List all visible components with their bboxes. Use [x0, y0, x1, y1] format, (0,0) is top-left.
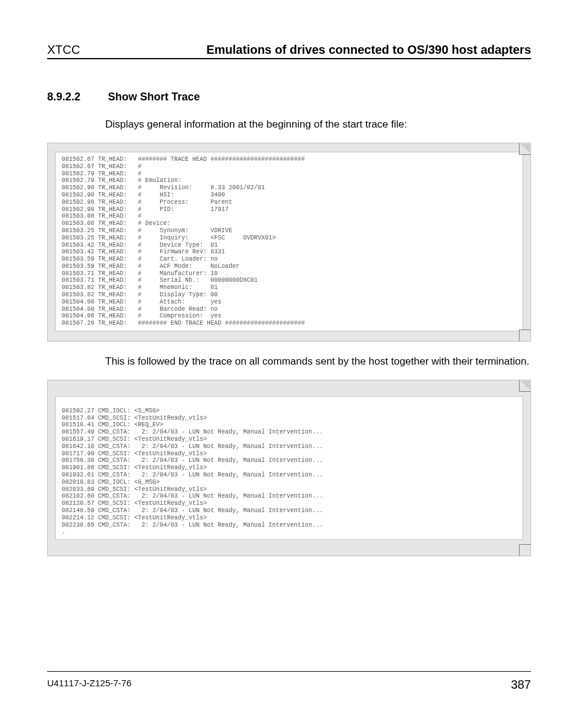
intro-paragraph-1: Displays general information at the begi…: [105, 118, 531, 132]
header-right: Emulations of drives connected to OS/390…: [206, 43, 531, 57]
scroll-down-icon: [521, 331, 530, 340]
code-block-1: 081502.67 TR_HEAD: ######## TRACE HEAD #…: [47, 143, 531, 342]
scroll-down-icon: [521, 546, 530, 555]
section-number: 8.9.2.2: [47, 91, 105, 103]
section-heading: 8.9.2.2 Show Short Trace: [47, 91, 531, 103]
scroll-up-icon: [521, 144, 530, 153]
code-block-2: 081502.27 CMD_IOCL: <S_MSG> 081517.64 CM…: [47, 380, 531, 556]
footer-doc-id: U41117-J-Z125-7-76: [47, 678, 131, 692]
body-content: Displays general information at the begi…: [105, 118, 531, 132]
trace-commands-output: 081502.27 CMD_IOCL: <S_MSG> 081517.64 CM…: [55, 396, 523, 540]
page-body: XTCC Emulations of drives connected to O…: [47, 43, 531, 570]
intro-paragraph-2: This is followed by the trace on all com…: [105, 355, 531, 369]
section-title: Show Short Trace: [108, 91, 200, 103]
page-footer: U41117-J-Z125-7-76 387: [47, 671, 531, 692]
footer-page-number: 387: [511, 678, 531, 692]
trace-head-output: 081502.67 TR_HEAD: ######## TRACE HEAD #…: [55, 152, 523, 331]
header-left: XTCC: [47, 43, 80, 57]
code-block-2-wrap: 081502.27 CMD_IOCL: <S_MSG> 081517.64 CM…: [47, 380, 531, 556]
body-content-2: This is followed by the trace on all com…: [105, 355, 531, 369]
scroll-up-icon: [521, 381, 530, 390]
code-block-1-wrap: 081502.67 TR_HEAD: ######## TRACE HEAD #…: [47, 143, 531, 342]
page-header: XTCC Emulations of drives connected to O…: [47, 43, 531, 59]
